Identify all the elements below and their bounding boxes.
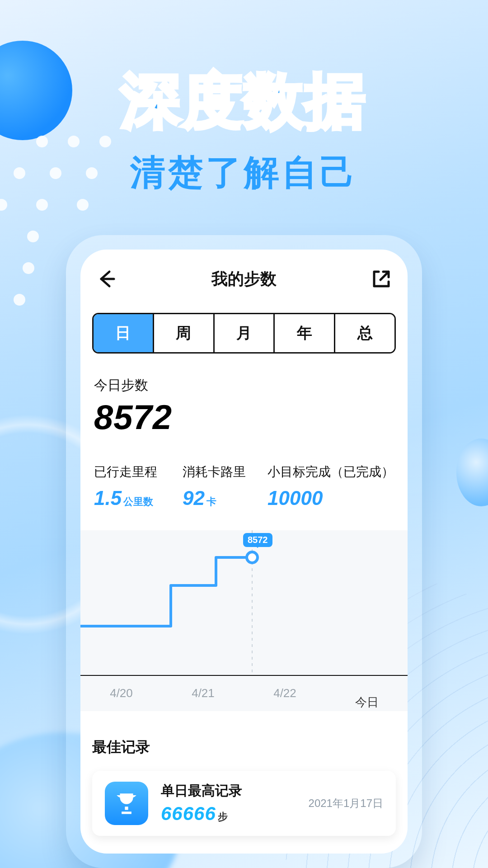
xaxis-tick-2: 4/22 <box>244 686 326 700</box>
segment-total[interactable]: 总 <box>334 314 394 352</box>
trophy-icon <box>105 782 148 825</box>
stats-row: 已行走里程 1.5公里数 消耗卡路里 92卡 小目标完成（已完成） 10000 <box>94 463 394 509</box>
page-title: 我的步数 <box>211 268 277 290</box>
xaxis-tick-0: 4/20 <box>80 686 162 700</box>
stat-goal-value: 10000 <box>267 487 323 509</box>
segment-month[interactable]: 月 <box>213 314 274 352</box>
share-button[interactable] <box>371 268 392 290</box>
best-record-unit: 步 <box>218 811 228 822</box>
records-section: 最佳记录 单日最高记录 66666步 2021年1月17日 <box>80 711 408 836</box>
stat-distance-unit: 公里数 <box>123 496 153 507</box>
xaxis-tick-3: 今日 <box>326 672 408 715</box>
stat-calories-unit: 卡 <box>206 496 216 507</box>
stat-goal: 小目标完成（已完成） 10000 <box>267 463 394 509</box>
chart-value-bubble: 8572 <box>243 533 272 547</box>
hero-title: 深度数据 <box>0 61 488 142</box>
stat-distance-value: 1.5 <box>94 487 122 509</box>
phone-frame: 我的步数 日 周 月 年 总 今日步数 8572 <box>66 235 422 868</box>
segment-day[interactable]: 日 <box>94 314 153 352</box>
today-steps-label: 今日步数 <box>94 376 394 395</box>
best-record-card[interactable]: 单日最高记录 66666步 2021年1月17日 <box>92 771 396 836</box>
period-segmented: 日 周 月 年 总 <box>92 313 396 354</box>
xaxis-tick-1: 4/21 <box>162 686 244 700</box>
chart-x-axis: 4/20 4/21 4/22 今日 <box>80 675 408 711</box>
stat-distance: 已行走里程 1.5公里数 <box>94 463 157 509</box>
best-record-title: 单日最高记录 <box>161 782 242 800</box>
hero-subtitle: 清楚了解自己 <box>0 149 488 197</box>
svg-point-1 <box>247 552 258 563</box>
segment-week[interactable]: 周 <box>153 314 213 352</box>
today-steps-value: 8572 <box>94 398 394 436</box>
steps-chart[interactable]: 8572 4/20 4/21 4/22 今日 <box>80 530 408 711</box>
records-title: 最佳记录 <box>92 737 396 757</box>
stat-distance-label: 已行走里程 <box>94 463 157 481</box>
app-screen: 我的步数 日 周 月 年 总 今日步数 8572 <box>80 250 408 854</box>
stat-calories-value: 92 <box>183 487 205 509</box>
best-record-date: 2021年1月17日 <box>309 796 383 811</box>
decor-droplet <box>456 439 488 506</box>
share-icon <box>371 268 392 290</box>
promo-background: 深度数据 清楚了解自己 我的步数 <box>0 0 488 868</box>
today-section: 今日步数 8572 已行走里程 1.5公里数 消耗卡路里 92卡 小目标完成（已… <box>80 354 408 514</box>
best-record-main: 单日最高记录 66666步 <box>161 782 242 825</box>
stat-calories-label: 消耗卡路里 <box>183 463 246 481</box>
back-button[interactable] <box>96 268 117 290</box>
stat-calories: 消耗卡路里 92卡 <box>183 463 246 509</box>
best-record-value: 66666 <box>161 803 216 824</box>
app-bar: 我的步数 <box>80 250 408 308</box>
arrow-left-icon <box>96 268 117 290</box>
segment-year[interactable]: 年 <box>273 314 334 352</box>
stat-goal-label: 小目标完成（已完成） <box>267 463 394 481</box>
